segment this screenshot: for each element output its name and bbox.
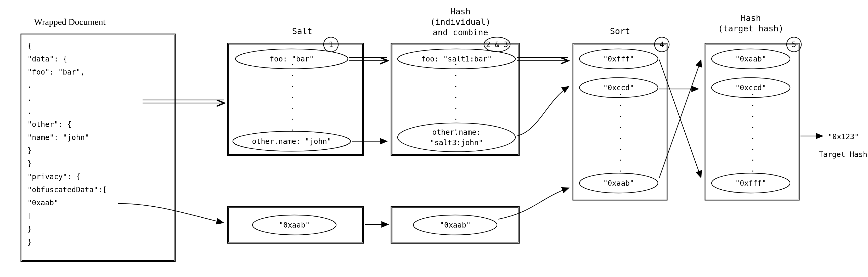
- svg-text:. . . . . . . .: . . . . . . . .: [290, 63, 299, 144]
- title-wrapped-document: Wrapped Document: [34, 17, 106, 27]
- diagram: Wrapped Document { "data": { "foo": "bar…: [0, 0, 868, 277]
- svg-text:.: .: [28, 81, 32, 89]
- arrow-salt-foo: [349, 58, 387, 61]
- svg-text:]: ]: [28, 212, 32, 220]
- svg-text:"data": {: "data": {: [28, 55, 67, 63]
- svg-text:"0xaab": "0xaab": [279, 221, 310, 229]
- svg-text:. . . . . . . .: . . . . . . . .: [750, 93, 759, 175]
- svg-text:"0xaab": "0xaab": [440, 221, 471, 229]
- title-sort: Sort: [610, 26, 630, 36]
- svg-text:}: }: [28, 146, 32, 155]
- title-salt: Salt: [292, 26, 312, 36]
- svg-text:"foo": "bar",: "foo": "bar",: [28, 68, 85, 76]
- title-target-hash: Hash: [741, 13, 761, 23]
- svg-text:{: {: [28, 41, 32, 50]
- svg-text:2 & 3: 2 & 3: [486, 40, 508, 49]
- svg-text:}: }: [28, 225, 32, 233]
- arrow-doc-privacy: [118, 204, 224, 223]
- svg-text:(individual): (individual): [430, 17, 491, 27]
- svg-text:"0xfff": "0xfff": [735, 179, 766, 188]
- svg-text:"0xccd": "0xccd": [735, 84, 766, 92]
- svg-text:foo: "bar": foo: "bar": [270, 55, 314, 63]
- svg-text:"other": {: "other": {: [28, 120, 72, 129]
- svg-text:. . . . . . . .: . . . . . . . .: [618, 93, 627, 175]
- doc-code: { "data": { "foo": "bar", . . . "other":…: [28, 41, 107, 246]
- svg-text:"name": "john": "name": "john": [28, 133, 89, 142]
- svg-text:other.name: "john": other.name: "john": [252, 137, 331, 146]
- svg-text:"privacy": {: "privacy": {: [28, 173, 80, 181]
- title-hash-combine: Hash: [450, 6, 470, 17]
- svg-text:5: 5: [792, 40, 796, 49]
- svg-text:"0xfff": "0xfff": [603, 55, 634, 63]
- result-label: Target Hash: [819, 150, 867, 159]
- svg-text:"obfuscatedData":[: "obfuscatedData":[: [28, 185, 107, 194]
- svg-text:4: 4: [660, 40, 664, 49]
- svg-text:and combine: and combine: [433, 28, 488, 37]
- svg-text:}: }: [28, 238, 32, 246]
- svg-text:"0xaab": "0xaab": [28, 198, 58, 207]
- svg-text:other.name:: other.name:: [432, 128, 480, 136]
- svg-text:"0xaab": "0xaab": [735, 55, 766, 63]
- svg-text:.: .: [28, 94, 32, 102]
- arrow-hash-other: [517, 86, 569, 136]
- arrow-hash-obfs: [498, 188, 569, 219]
- result-value: "0x123": [828, 132, 859, 141]
- arrow-hash-foo: [517, 58, 568, 61]
- svg-text:1: 1: [329, 40, 333, 49]
- svg-text:foo: "salt1:bar": foo: "salt1:bar": [421, 55, 492, 63]
- svg-text:(target hash): (target hash): [718, 24, 783, 33]
- svg-text:"0xaab": "0xaab": [603, 179, 634, 188]
- arrow-doc-data: [143, 100, 224, 103]
- svg-text:.: .: [28, 107, 32, 116]
- svg-text:}: }: [28, 159, 32, 168]
- svg-text:"salt3:john": "salt3:john": [430, 138, 483, 147]
- svg-text:"0xccd": "0xccd": [603, 84, 634, 92]
